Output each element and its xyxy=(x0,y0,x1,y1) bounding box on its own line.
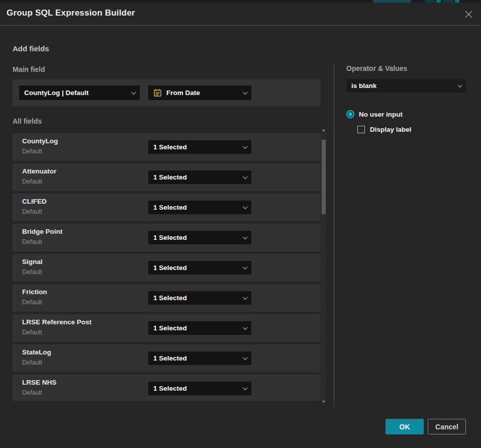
operator-value: is blank xyxy=(351,82,453,89)
field-subtitle: Default xyxy=(22,208,42,215)
field-subtitle: Default xyxy=(22,389,42,396)
ok-button[interactable]: OK xyxy=(386,419,424,434)
selected-dropdown-label: 1 Selected xyxy=(153,354,239,362)
field-name: StateLog xyxy=(22,348,51,356)
field-row: StateLog Default 1 Selected xyxy=(13,344,321,372)
chevron-down-icon xyxy=(243,295,248,300)
selected-dropdown-label: 1 Selected xyxy=(153,234,239,241)
cancel-button[interactable]: Cancel xyxy=(428,419,466,434)
main-field-panel: CountyLog | Default From Date xyxy=(13,79,321,107)
field-row: LRSE NHS Default 1 Selected xyxy=(13,375,321,401)
calendar-icon xyxy=(153,88,162,97)
group-sql-expression-builder-dialog: Group SQL Expression Builder Add fields … xyxy=(0,3,481,448)
field-name: Attenuator xyxy=(22,167,56,175)
field-name: Bridge Point xyxy=(22,228,62,235)
chevron-down-icon xyxy=(243,325,248,330)
selected-values-dropdown[interactable]: 1 Selected xyxy=(148,261,251,275)
field-name: CountyLog xyxy=(22,137,58,145)
selected-values-dropdown[interactable]: 1 Selected xyxy=(148,351,251,365)
selected-dropdown-label: 1 Selected xyxy=(153,173,239,181)
dialog-titlebar: Group SQL Expression Builder xyxy=(0,3,481,26)
layer-select-dropdown[interactable]: CountyLog | Default xyxy=(19,85,140,100)
selected-dropdown-label: 1 Selected xyxy=(153,264,239,272)
selected-dropdown-label: 1 Selected xyxy=(153,324,239,332)
field-subtitle: Default xyxy=(22,359,42,366)
field-subtitle: Default xyxy=(22,238,42,245)
selected-dropdown-label: 1 Selected xyxy=(153,385,239,392)
close-icon xyxy=(464,10,473,19)
display-label-checkbox[interactable]: Display label xyxy=(357,126,412,133)
layer-select-value: CountyLog | Default xyxy=(24,89,127,97)
fields-list-scrollbar[interactable] xyxy=(321,127,326,405)
checkbox-label: Display label xyxy=(370,126,412,133)
panel-divider xyxy=(334,64,334,407)
no-user-input-radio[interactable]: No user input xyxy=(346,110,403,118)
field-name: LRSE Reference Post xyxy=(22,318,91,326)
field-select-value: From Date xyxy=(166,89,239,97)
chevron-down-icon xyxy=(243,234,248,239)
chevron-down-icon xyxy=(243,144,248,149)
add-fields-heading: Add fields xyxy=(13,44,49,53)
selected-values-dropdown[interactable]: 1 Selected xyxy=(148,291,251,305)
close-button[interactable] xyxy=(463,9,473,19)
selected-values-dropdown[interactable]: 1 Selected xyxy=(148,321,251,335)
field-row: Signal Default 1 Selected xyxy=(13,254,321,282)
field-row: CountyLog Default 1 Selected xyxy=(13,133,321,161)
field-row: CLIFED Default 1 Selected xyxy=(13,194,321,221)
field-name: Signal xyxy=(22,258,43,265)
selected-dropdown-label: 1 Selected xyxy=(153,143,239,151)
main-field-label: Main field xyxy=(13,65,45,73)
scroll-up-arrow-icon[interactable] xyxy=(322,129,325,131)
field-subtitle: Default xyxy=(22,268,42,276)
selected-values-dropdown[interactable]: 1 Selected xyxy=(148,231,251,244)
selected-values-dropdown[interactable]: 1 Selected xyxy=(148,140,251,154)
selected-dropdown-label: 1 Selected xyxy=(153,204,239,211)
chevron-down-icon xyxy=(243,264,248,270)
field-name: CLIFED xyxy=(22,198,47,205)
chevron-down-icon xyxy=(457,82,462,87)
chevron-down-icon xyxy=(243,174,248,179)
all-fields-list: CountyLog Default 1 Selected Attenuator … xyxy=(13,133,321,401)
chevron-down-icon xyxy=(243,385,248,390)
checkbox-unchecked-icon xyxy=(357,126,365,133)
chevron-down-icon xyxy=(243,89,248,95)
chevron-down-icon xyxy=(243,204,248,209)
field-name: LRSE NHS xyxy=(22,379,56,386)
selected-dropdown-label: 1 Selected xyxy=(153,294,239,302)
operator-dropdown[interactable]: is blank xyxy=(346,79,466,93)
radio-selected-icon xyxy=(346,110,354,118)
field-select-dropdown[interactable]: From Date xyxy=(148,85,251,100)
selected-values-dropdown[interactable]: 1 Selected xyxy=(148,170,251,184)
scroll-down-arrow-icon[interactable] xyxy=(322,401,325,403)
field-subtitle: Default xyxy=(22,329,42,336)
field-subtitle: Default xyxy=(22,178,42,185)
field-name: Friction xyxy=(22,288,47,296)
chevron-down-icon xyxy=(243,355,248,360)
field-row: Bridge Point Default 1 Selected xyxy=(13,224,321,251)
field-row: Attenuator Default 1 Selected xyxy=(13,163,321,191)
field-subtitle: Default xyxy=(22,299,42,306)
scrollbar-thumb[interactable] xyxy=(322,140,326,214)
field-row: Friction Default 1 Selected xyxy=(13,284,321,312)
radio-label: No user input xyxy=(359,111,403,118)
field-subtitle: Default xyxy=(22,148,42,155)
field-row: LRSE Reference Post Default 1 Selected xyxy=(13,314,321,342)
operator-values-label: Operator & Values xyxy=(346,64,407,72)
dialog-title: Group SQL Expression Builder xyxy=(7,8,135,18)
all-fields-label: All fields xyxy=(13,117,42,125)
selected-values-dropdown[interactable]: 1 Selected xyxy=(148,201,251,214)
chevron-down-icon xyxy=(131,89,136,95)
selected-values-dropdown[interactable]: 1 Selected xyxy=(148,382,251,395)
